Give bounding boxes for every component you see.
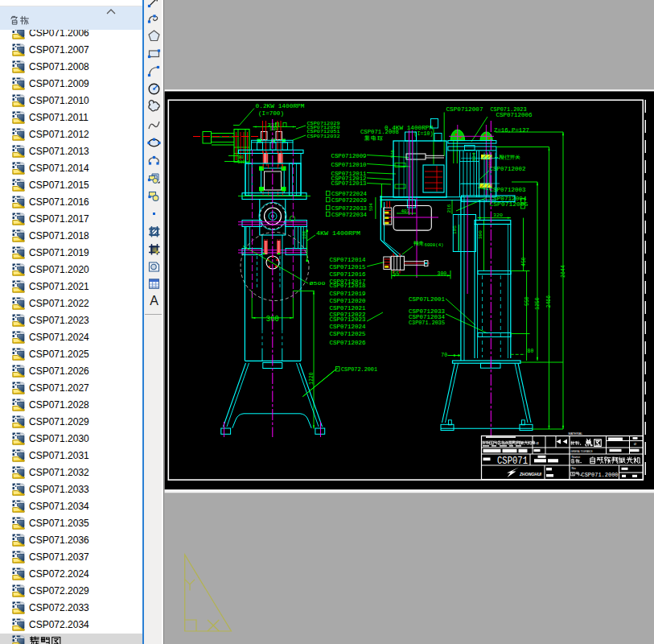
svg-text:550: 550 <box>524 296 530 306</box>
svg-text:300: 300 <box>478 230 483 239</box>
svg-text:403: 403 <box>401 208 410 214</box>
svg-text:CSP0712023: CSP0712023 <box>330 317 366 323</box>
svg-text:CSP0712021: CSP0712021 <box>330 306 366 312</box>
svg-text:2644: 2644 <box>561 265 566 278</box>
svg-text:80: 80 <box>528 349 534 354</box>
svg-text:CSP0712020: CSP0712020 <box>330 299 366 304</box>
svg-text:216: 216 <box>446 204 452 213</box>
svg-text:70: 70 <box>441 353 447 358</box>
svg-text:CSP0712013: CSP0712013 <box>331 181 367 187</box>
svg-text:CSP0712009: CSP0712009 <box>331 154 367 159</box>
svg-text:508: 508 <box>390 150 396 158</box>
svg-text:MATERIAL: MATERIAL <box>569 432 583 436</box>
svg-text:450: 450 <box>521 257 527 266</box>
svg-text:6008(4): 6008(4) <box>425 242 444 248</box>
svg-text:CSP0712010: CSP0712010 <box>331 163 367 168</box>
svg-text:CSP0712015: CSP0712015 <box>330 265 366 270</box>
svg-text:CSP0712006: CSP0712006 <box>496 113 533 118</box>
svg-text:CSP071: CSP071 <box>497 455 528 467</box>
svg-text:CSP0712016: CSP0712016 <box>330 272 366 278</box>
svg-text:CSP0712007: CSP0712007 <box>446 107 483 113</box>
svg-text:CSP0712026: CSP0712026 <box>330 341 366 346</box>
svg-text:CSP071.2023: CSP071.2023 <box>491 107 527 113</box>
svg-text:0.2KW 1400RPM: 0.2KW 1400RPM <box>256 103 305 109</box>
svg-text:1250: 1250 <box>535 297 541 310</box>
svg-text:A: A <box>150 294 158 308</box>
svg-text:100: 100 <box>302 231 307 239</box>
svg-text:(I=10): (I=10) <box>414 130 434 137</box>
svg-text:(I=700): (I=700) <box>258 110 284 117</box>
svg-text:Ø500: Ø500 <box>310 281 327 287</box>
svg-text:CSP0712034: CSP0712034 <box>409 315 445 320</box>
svg-text:CSP0722033: CSP0722033 <box>331 206 367 212</box>
svg-text:ZHONGHUI: ZHONGHUI <box>519 471 541 477</box>
svg-text:Z=16,P=127: Z=16,P=127 <box>494 128 529 134</box>
svg-text:CSP0722029: CSP0722029 <box>331 198 367 204</box>
svg-text:CSP0712033: CSP0712033 <box>409 309 445 315</box>
svg-text:1220: 1220 <box>309 372 315 385</box>
svg-text:C3P071.2035: C3P071.2035 <box>409 320 445 326</box>
svg-text:CSP0712002: CSP0712002 <box>490 167 526 172</box>
svg-text:2466: 2466 <box>546 295 552 308</box>
svg-text:CSP0722024: CSP0722024 <box>331 192 367 197</box>
svg-text:No: No <box>572 466 577 470</box>
svg-text:CSP0712003: CSP0712003 <box>490 188 526 193</box>
svg-text:CSP0712025: CSP0712025 <box>330 332 366 337</box>
svg-text:320: 320 <box>493 213 503 218</box>
svg-text:594: 594 <box>368 202 374 211</box>
svg-text:CSP0712014: CSP0712014 <box>330 258 366 263</box>
svg-text:GENERAL TOLERANCE: GENERAL TOLERANCE <box>571 450 594 453</box>
svg-text:CSP07L2001: CSP07L2001 <box>409 297 445 303</box>
svg-text:CSP071.2000: CSP071.2000 <box>582 471 619 478</box>
svg-text:Name: Name <box>572 455 581 459</box>
svg-text:104: 104 <box>471 152 477 161</box>
svg-text:4KW 1400RPM: 4KW 1400RPM <box>316 230 360 237</box>
svg-text:CSP072.2001: CSP072.2001 <box>341 367 377 373</box>
svg-text:580: 580 <box>238 160 245 165</box>
svg-text:CSP0712018: CSP0712018 <box>330 283 366 289</box>
svg-text:CSP0712024: CSP0712024 <box>330 324 366 330</box>
svg-text:CSP0712032: CSP0712032 <box>307 134 340 139</box>
svg-text:CSP0722034: CSP0722034 <box>331 213 367 218</box>
svg-text:CSP0712019: CSP0712019 <box>330 291 366 297</box>
svg-text:CSP071.2008: CSP071.2008 <box>360 130 399 135</box>
